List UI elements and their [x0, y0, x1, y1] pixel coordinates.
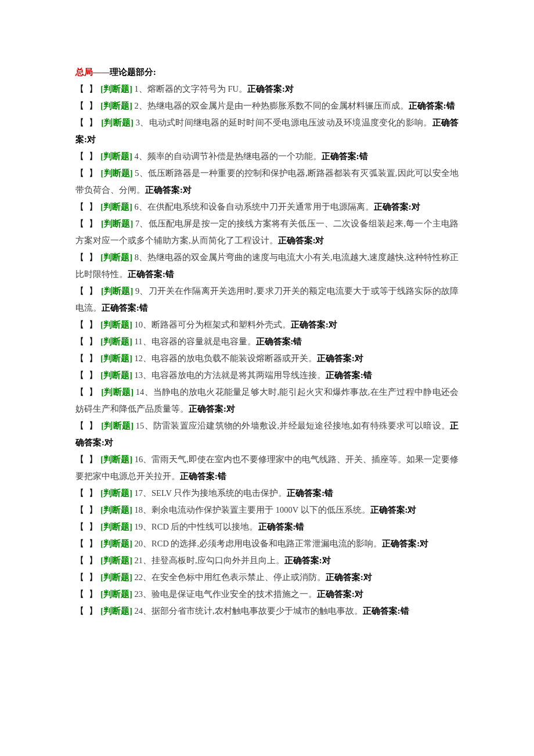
answer-value: 错: [400, 606, 409, 615]
question-text: 20、RCD 的选择,必须考虑用电设备和电路正常泄漏电流的影响。: [135, 539, 383, 548]
question-item: 【 】 [判断题] 13、电容器放电的方法就是将其两端用导线连接。正确答案:错: [75, 367, 459, 384]
question-type-tag: [判断题]: [101, 168, 133, 178]
answer-value: 对: [104, 438, 113, 447]
answer-label: 正确答案:: [370, 505, 408, 514]
question-item: 【 】 [判断题] 12、电容器的放电负载不能装设熔断器或开关。正确答案:对: [75, 350, 459, 367]
question-type-tag: [判断题]: [100, 253, 132, 262]
section-title-red: 总局——: [75, 67, 110, 77]
question-text: 18、剩余电流动作保护装置主要用于 1000V 以下的低压系统。: [135, 505, 370, 514]
answer-bracket: 【 】: [75, 488, 99, 498]
answer-bracket: 【 】: [75, 168, 99, 178]
question-type-tag: [判断题]: [100, 101, 132, 110]
answer-bracket: 【 】: [75, 118, 99, 127]
answer-label: 正确答案:: [317, 589, 355, 599]
section-title-black: 理论题部分:: [110, 67, 156, 77]
question-item: 【 】 [判断题] 20、RCD 的选择,必须考虑用电设备和电路正常泄漏电流的影…: [75, 535, 459, 552]
question-item: 【 】 [判断题] 23、验电是保证电气作业安全的技术措施之一。正确答案:对: [75, 586, 459, 603]
answer-bracket: 【 】: [75, 522, 99, 531]
answer-bracket: 【 】: [75, 337, 99, 346]
answer-label: 正确答案:: [322, 152, 359, 161]
answer-bracket: 【 】: [75, 320, 99, 329]
answer-label: 正确答案:: [258, 522, 296, 531]
answer-bracket: 【 】: [75, 589, 99, 599]
question-text: 10、断路器可分为框架式和塑料外壳式。: [135, 320, 291, 329]
question-text: 5、低压断路器是一种重要的控制和保护电器,断路器都装有灭弧装置,因此可以安全地带…: [75, 168, 459, 195]
section-title: 总局——理论题部分:: [75, 64, 459, 81]
answer-label: 正确答案:: [363, 606, 400, 615]
answer-label: 正确答案:: [326, 370, 363, 380]
question-type-tag: [判断题]: [101, 286, 133, 296]
answer-value: 错: [359, 152, 368, 161]
answer-bracket: 【 】: [75, 219, 99, 228]
answer-bracket: 【 】: [75, 421, 99, 430]
question-item: 【 】 [判断题] 6、在供配电系统和设备自动系统中刀开关通常用于电源隔离。正确…: [75, 199, 459, 215]
question-type-tag: [判断题]: [100, 370, 132, 380]
question-text: 16、雷雨天气,即使在室内也不要修理家中的电气线路、开关、插座等。如果一定要修要…: [75, 455, 459, 481]
answer-value: 对: [412, 202, 420, 211]
question-text: 15、防雷装置应沿建筑物的外墙敷设,并经最短途径接地,如有特殊要求可以暗设。: [136, 421, 450, 430]
answer-value: 错: [165, 269, 174, 279]
question-type-tag: [判断题]: [101, 219, 133, 228]
question-item: 【 】 [判断题] 3、电动式时间继电器的延时时间不受电源电压波动及环境温度变化…: [75, 114, 459, 148]
answer-bracket: 【 】: [75, 370, 99, 380]
question-type-tag: [判断题]: [100, 455, 132, 464]
question-type-tag: [判断题]: [100, 152, 132, 161]
answer-label: 正确答案:: [128, 269, 165, 279]
answer-value: 对: [285, 84, 294, 93]
answer-bracket: 【 】: [75, 202, 99, 211]
question-text: 23、验电是保证电气作业安全的技术措施之一。: [135, 589, 317, 599]
question-item: 【 】 [判断题] 15、防雷装置应沿建筑物的外墙敷设,并经最短途径接地,如有特…: [75, 417, 459, 451]
question-item: 【 】 [判断题] 7、低压配电屏是按一定的接线方案将有关低压一、二次设备组装起…: [75, 215, 459, 249]
question-text: 19、RCD 后的中性线可以接地。: [135, 522, 258, 531]
answer-label: 正确答案:: [291, 320, 329, 329]
answer-value: 错: [363, 370, 372, 380]
answer-label: 正确答案:: [284, 556, 322, 565]
answer-bracket: 【 】: [75, 573, 99, 582]
answer-bracket: 【 】: [75, 286, 99, 296]
answer-bracket: 【 】: [75, 539, 99, 548]
answer-label: 正确答案:: [102, 303, 139, 312]
answer-value: 对: [407, 505, 416, 514]
answer-bracket: 【 】: [75, 606, 99, 615]
question-type-tag: [判断题]: [100, 354, 132, 363]
answer-label: 正确答案:: [180, 471, 218, 481]
answer-label: 正确答案:: [374, 202, 412, 211]
question-type-tag: [判断题]: [100, 337, 132, 346]
question-item: 【 】 [判断题] 21、挂登高板时,应勾口向外并且向上。正确答案:对: [75, 552, 459, 569]
answer-label: 正确答案:: [189, 404, 226, 413]
question-type-tag: [判断题]: [100, 606, 132, 615]
question-type-tag: [判断题]: [100, 539, 132, 548]
answer-value: 对: [329, 320, 337, 329]
answer-value: 对: [355, 354, 363, 363]
question-item: 【 】 [判断题] 22、在安全色标中用红色表示禁止、停止或消防。正确答案:对: [75, 569, 459, 586]
question-item: 【 】 [判断题] 9、刀开关在作隔离开关选用时,要求刀开关的额定电流要大于或等…: [75, 283, 459, 316]
question-type-tag: [判断题]: [100, 573, 132, 582]
question-item: 【 】 [判断题] 11、电容器的容量就是电容量。正确答案:错: [75, 333, 459, 350]
answer-value: 对: [322, 556, 331, 565]
answer-label: 正确答案:: [287, 488, 324, 498]
question-text: 24、据部分省市统计,农村触电事故要少于城市的触电事故。: [135, 606, 363, 615]
answer-label: 正确答案:: [145, 185, 183, 195]
answer-value: 对: [363, 573, 372, 582]
answer-bracket: 【 】: [75, 556, 99, 565]
question-item: 【 】 [判断题] 4、频率的自动调节补偿是热继电器的一个功能。正确答案:错: [75, 148, 459, 165]
question-type-tag: [判断题]: [100, 556, 132, 565]
question-item: 【 】 [判断题] 1、熔断器的文字符号为 FU。正确答案:对: [75, 81, 459, 98]
question-text: 22、在安全色标中用红色表示禁止、停止或消防。: [135, 573, 326, 582]
document-page: 总局——理论题部分: 【 】 [判断题] 1、熔断器的文字符号为 FU。正确答案…: [0, 0, 534, 756]
answer-label: 正确答案:: [409, 101, 446, 110]
question-item: 【 】 [判断题] 24、据部分省市统计,农村触电事故要少于城市的触电事故。正确…: [75, 603, 459, 620]
question-text: 12、电容器的放电负载不能装设熔断器或开关。: [135, 354, 317, 363]
answer-value: 错: [139, 303, 148, 312]
question-item: 【 】 [判断题] 5、低压断路器是一种重要的控制和保护电器,断路器都装有灭弧装…: [75, 165, 459, 199]
answer-bracket: 【 】: [75, 505, 99, 514]
question-text: 13、电容器放电的方法就是将其两端用导线连接。: [135, 370, 326, 380]
answer-label: 正确答案:: [317, 354, 355, 363]
answer-label: 正确答案:: [326, 573, 363, 582]
question-text: 4、频率的自动调节补偿是热继电器的一个功能。: [135, 152, 322, 161]
question-item: 【 】 [判断题] 19、RCD 后的中性线可以接地。正确答案:错: [75, 519, 459, 535]
question-type-tag: [判断题]: [101, 421, 134, 430]
question-type-tag: [判断题]: [100, 488, 132, 498]
answer-label: 正确答案:: [278, 236, 316, 245]
answer-value: 错: [446, 101, 455, 110]
